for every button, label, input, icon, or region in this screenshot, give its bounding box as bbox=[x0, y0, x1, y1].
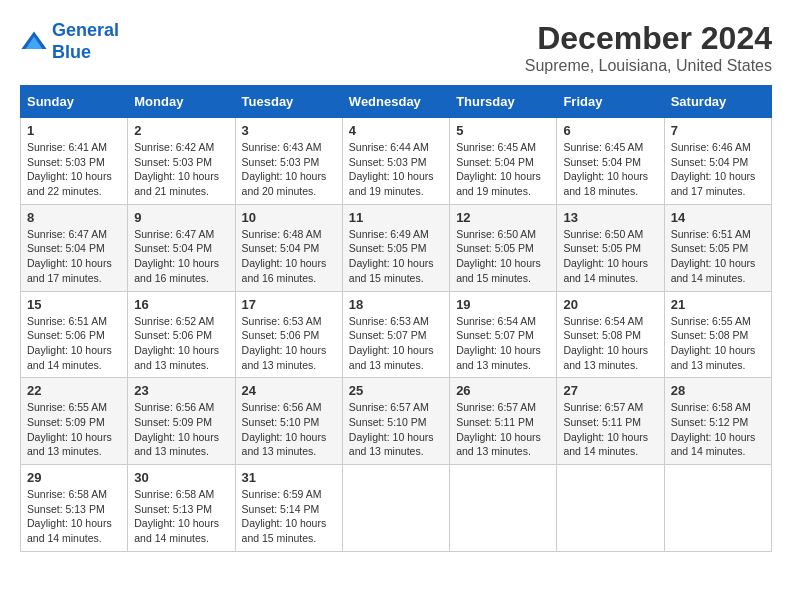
logo-icon bbox=[20, 28, 48, 56]
day-number: 16 bbox=[134, 297, 228, 312]
day-number: 28 bbox=[671, 383, 765, 398]
day-number: 5 bbox=[456, 123, 550, 138]
calendar-cell bbox=[342, 465, 449, 552]
calendar-cell: 31Sunrise: 6:59 AM Sunset: 5:14 PM Dayli… bbox=[235, 465, 342, 552]
calendar-cell bbox=[450, 465, 557, 552]
day-number: 31 bbox=[242, 470, 336, 485]
calendar-week-row: 1Sunrise: 6:41 AM Sunset: 5:03 PM Daylig… bbox=[21, 118, 772, 205]
day-number: 19 bbox=[456, 297, 550, 312]
calendar-cell: 24Sunrise: 6:56 AM Sunset: 5:10 PM Dayli… bbox=[235, 378, 342, 465]
day-header-row: SundayMondayTuesdayWednesdayThursdayFrid… bbox=[21, 86, 772, 118]
logo-text: General Blue bbox=[52, 20, 119, 63]
day-detail: Sunrise: 6:55 AM Sunset: 5:09 PM Dayligh… bbox=[27, 400, 121, 459]
day-of-week-header: Thursday bbox=[450, 86, 557, 118]
day-number: 15 bbox=[27, 297, 121, 312]
day-detail: Sunrise: 6:49 AM Sunset: 5:05 PM Dayligh… bbox=[349, 227, 443, 286]
calendar-cell: 16Sunrise: 6:52 AM Sunset: 5:06 PM Dayli… bbox=[128, 291, 235, 378]
day-detail: Sunrise: 6:45 AM Sunset: 5:04 PM Dayligh… bbox=[563, 140, 657, 199]
day-detail: Sunrise: 6:53 AM Sunset: 5:07 PM Dayligh… bbox=[349, 314, 443, 373]
day-number: 23 bbox=[134, 383, 228, 398]
calendar-cell: 10Sunrise: 6:48 AM Sunset: 5:04 PM Dayli… bbox=[235, 204, 342, 291]
day-of-week-header: Friday bbox=[557, 86, 664, 118]
main-title: December 2024 bbox=[525, 20, 772, 57]
calendar-cell: 2Sunrise: 6:42 AM Sunset: 5:03 PM Daylig… bbox=[128, 118, 235, 205]
day-of-week-header: Wednesday bbox=[342, 86, 449, 118]
day-detail: Sunrise: 6:50 AM Sunset: 5:05 PM Dayligh… bbox=[456, 227, 550, 286]
day-number: 18 bbox=[349, 297, 443, 312]
day-detail: Sunrise: 6:46 AM Sunset: 5:04 PM Dayligh… bbox=[671, 140, 765, 199]
day-number: 17 bbox=[242, 297, 336, 312]
day-detail: Sunrise: 6:44 AM Sunset: 5:03 PM Dayligh… bbox=[349, 140, 443, 199]
calendar-cell: 7Sunrise: 6:46 AM Sunset: 5:04 PM Daylig… bbox=[664, 118, 771, 205]
calendar-cell: 12Sunrise: 6:50 AM Sunset: 5:05 PM Dayli… bbox=[450, 204, 557, 291]
calendar-cell: 18Sunrise: 6:53 AM Sunset: 5:07 PM Dayli… bbox=[342, 291, 449, 378]
day-detail: Sunrise: 6:58 AM Sunset: 5:13 PM Dayligh… bbox=[134, 487, 228, 546]
day-detail: Sunrise: 6:47 AM Sunset: 5:04 PM Dayligh… bbox=[134, 227, 228, 286]
day-number: 30 bbox=[134, 470, 228, 485]
day-detail: Sunrise: 6:57 AM Sunset: 5:10 PM Dayligh… bbox=[349, 400, 443, 459]
calendar-cell: 26Sunrise: 6:57 AM Sunset: 5:11 PM Dayli… bbox=[450, 378, 557, 465]
calendar-header: SundayMondayTuesdayWednesdayThursdayFrid… bbox=[21, 86, 772, 118]
day-of-week-header: Monday bbox=[128, 86, 235, 118]
calendar-cell: 15Sunrise: 6:51 AM Sunset: 5:06 PM Dayli… bbox=[21, 291, 128, 378]
day-number: 24 bbox=[242, 383, 336, 398]
calendar-cell: 21Sunrise: 6:55 AM Sunset: 5:08 PM Dayli… bbox=[664, 291, 771, 378]
day-detail: Sunrise: 6:53 AM Sunset: 5:06 PM Dayligh… bbox=[242, 314, 336, 373]
day-detail: Sunrise: 6:54 AM Sunset: 5:07 PM Dayligh… bbox=[456, 314, 550, 373]
day-detail: Sunrise: 6:45 AM Sunset: 5:04 PM Dayligh… bbox=[456, 140, 550, 199]
day-of-week-header: Sunday bbox=[21, 86, 128, 118]
logo-line2: Blue bbox=[52, 42, 91, 62]
day-detail: Sunrise: 6:47 AM Sunset: 5:04 PM Dayligh… bbox=[27, 227, 121, 286]
day-of-week-header: Saturday bbox=[664, 86, 771, 118]
day-detail: Sunrise: 6:57 AM Sunset: 5:11 PM Dayligh… bbox=[456, 400, 550, 459]
day-number: 26 bbox=[456, 383, 550, 398]
calendar-cell: 4Sunrise: 6:44 AM Sunset: 5:03 PM Daylig… bbox=[342, 118, 449, 205]
day-detail: Sunrise: 6:58 AM Sunset: 5:13 PM Dayligh… bbox=[27, 487, 121, 546]
calendar-cell: 20Sunrise: 6:54 AM Sunset: 5:08 PM Dayli… bbox=[557, 291, 664, 378]
day-number: 20 bbox=[563, 297, 657, 312]
calendar-cell: 13Sunrise: 6:50 AM Sunset: 5:05 PM Dayli… bbox=[557, 204, 664, 291]
calendar-week-row: 8Sunrise: 6:47 AM Sunset: 5:04 PM Daylig… bbox=[21, 204, 772, 291]
calendar-table: SundayMondayTuesdayWednesdayThursdayFrid… bbox=[20, 85, 772, 552]
day-detail: Sunrise: 6:59 AM Sunset: 5:14 PM Dayligh… bbox=[242, 487, 336, 546]
day-number: 13 bbox=[563, 210, 657, 225]
day-number: 9 bbox=[134, 210, 228, 225]
calendar-cell bbox=[664, 465, 771, 552]
title-area: December 2024 Supreme, Louisiana, United… bbox=[525, 20, 772, 75]
day-detail: Sunrise: 6:51 AM Sunset: 5:05 PM Dayligh… bbox=[671, 227, 765, 286]
day-detail: Sunrise: 6:43 AM Sunset: 5:03 PM Dayligh… bbox=[242, 140, 336, 199]
calendar-cell: 1Sunrise: 6:41 AM Sunset: 5:03 PM Daylig… bbox=[21, 118, 128, 205]
day-number: 21 bbox=[671, 297, 765, 312]
calendar-cell: 6Sunrise: 6:45 AM Sunset: 5:04 PM Daylig… bbox=[557, 118, 664, 205]
day-number: 10 bbox=[242, 210, 336, 225]
calendar-cell: 9Sunrise: 6:47 AM Sunset: 5:04 PM Daylig… bbox=[128, 204, 235, 291]
day-number: 22 bbox=[27, 383, 121, 398]
day-number: 2 bbox=[134, 123, 228, 138]
calendar-week-row: 29Sunrise: 6:58 AM Sunset: 5:13 PM Dayli… bbox=[21, 465, 772, 552]
day-number: 6 bbox=[563, 123, 657, 138]
day-detail: Sunrise: 6:42 AM Sunset: 5:03 PM Dayligh… bbox=[134, 140, 228, 199]
calendar-week-row: 15Sunrise: 6:51 AM Sunset: 5:06 PM Dayli… bbox=[21, 291, 772, 378]
calendar-cell: 14Sunrise: 6:51 AM Sunset: 5:05 PM Dayli… bbox=[664, 204, 771, 291]
day-number: 7 bbox=[671, 123, 765, 138]
calendar-cell bbox=[557, 465, 664, 552]
day-number: 1 bbox=[27, 123, 121, 138]
calendar-cell: 3Sunrise: 6:43 AM Sunset: 5:03 PM Daylig… bbox=[235, 118, 342, 205]
calendar-cell: 22Sunrise: 6:55 AM Sunset: 5:09 PM Dayli… bbox=[21, 378, 128, 465]
day-detail: Sunrise: 6:58 AM Sunset: 5:12 PM Dayligh… bbox=[671, 400, 765, 459]
day-number: 8 bbox=[27, 210, 121, 225]
day-detail: Sunrise: 6:56 AM Sunset: 5:09 PM Dayligh… bbox=[134, 400, 228, 459]
day-number: 14 bbox=[671, 210, 765, 225]
calendar-cell: 30Sunrise: 6:58 AM Sunset: 5:13 PM Dayli… bbox=[128, 465, 235, 552]
calendar-cell: 17Sunrise: 6:53 AM Sunset: 5:06 PM Dayli… bbox=[235, 291, 342, 378]
calendar-cell: 11Sunrise: 6:49 AM Sunset: 5:05 PM Dayli… bbox=[342, 204, 449, 291]
subtitle: Supreme, Louisiana, United States bbox=[525, 57, 772, 75]
day-number: 4 bbox=[349, 123, 443, 138]
calendar-week-row: 22Sunrise: 6:55 AM Sunset: 5:09 PM Dayli… bbox=[21, 378, 772, 465]
calendar-cell: 29Sunrise: 6:58 AM Sunset: 5:13 PM Dayli… bbox=[21, 465, 128, 552]
calendar-cell: 8Sunrise: 6:47 AM Sunset: 5:04 PM Daylig… bbox=[21, 204, 128, 291]
day-detail: Sunrise: 6:52 AM Sunset: 5:06 PM Dayligh… bbox=[134, 314, 228, 373]
day-detail: Sunrise: 6:51 AM Sunset: 5:06 PM Dayligh… bbox=[27, 314, 121, 373]
day-detail: Sunrise: 6:50 AM Sunset: 5:05 PM Dayligh… bbox=[563, 227, 657, 286]
calendar-cell: 19Sunrise: 6:54 AM Sunset: 5:07 PM Dayli… bbox=[450, 291, 557, 378]
